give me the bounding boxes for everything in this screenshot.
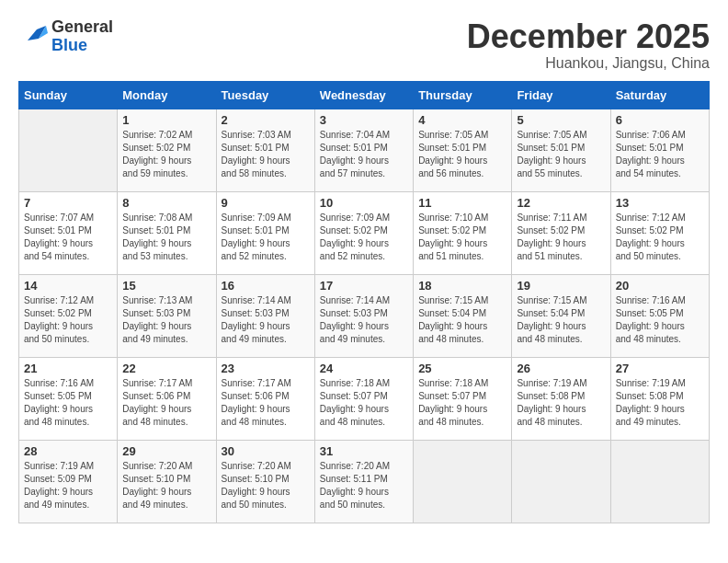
day-number: 9 xyxy=(222,196,310,210)
day-number: 10 xyxy=(320,196,408,210)
day-info: Sunrise: 7:06 AMSunset: 5:01 PMDaylight:… xyxy=(616,129,704,180)
calendar-cell: 30Sunrise: 7:20 AMSunset: 5:10 PMDayligh… xyxy=(216,440,314,523)
calendar-cell: 26Sunrise: 7:19 AMSunset: 5:08 PMDayligh… xyxy=(512,357,610,440)
day-info: Sunrise: 7:03 AMSunset: 5:01 PMDaylight:… xyxy=(222,129,310,180)
logo-text-blue: Blue xyxy=(51,36,87,54)
header-row: Sunday Monday Tuesday Wednesday Thursday… xyxy=(19,81,710,109)
day-info: Sunrise: 7:18 AMSunset: 5:07 PMDaylight:… xyxy=(418,377,506,429)
calendar-cell: 4Sunrise: 7:05 AMSunset: 5:01 PMDaylight… xyxy=(414,109,512,191)
location-subtitle: Huankou, Jiangsu, China xyxy=(467,55,710,72)
header-tuesday: Tuesday xyxy=(216,81,314,109)
day-info: Sunrise: 7:10 AMSunset: 5:02 PMDaylight:… xyxy=(418,212,506,263)
calendar-cell: 17Sunrise: 7:14 AMSunset: 5:03 PMDayligh… xyxy=(314,274,413,357)
calendar-cell: 16Sunrise: 7:14 AMSunset: 5:03 PMDayligh… xyxy=(216,274,314,357)
day-info: Sunrise: 7:12 AMSunset: 5:02 PMDaylight:… xyxy=(24,294,112,346)
calendar-week-row: 14Sunrise: 7:12 AMSunset: 5:02 PMDayligh… xyxy=(19,274,710,357)
day-number: 26 xyxy=(517,362,605,375)
calendar-week-row: 28Sunrise: 7:19 AMSunset: 5:09 PMDayligh… xyxy=(19,440,710,523)
day-number: 28 xyxy=(24,444,112,458)
day-number: 14 xyxy=(24,279,112,293)
day-number: 5 xyxy=(517,113,605,127)
header-saturday: Saturday xyxy=(610,81,709,109)
logo: General Blue xyxy=(18,18,113,55)
calendar-cell: 8Sunrise: 7:08 AMSunset: 5:01 PMDaylight… xyxy=(118,191,216,274)
day-number: 17 xyxy=(320,279,408,293)
day-info: Sunrise: 7:09 AMSunset: 5:02 PMDaylight:… xyxy=(320,212,408,263)
calendar-cell: 24Sunrise: 7:18 AMSunset: 5:07 PMDayligh… xyxy=(314,357,413,440)
day-info: Sunrise: 7:08 AMSunset: 5:01 PMDaylight:… xyxy=(122,212,210,263)
calendar-cell: 13Sunrise: 7:12 AMSunset: 5:02 PMDayligh… xyxy=(610,191,709,274)
day-info: Sunrise: 7:04 AMSunset: 5:01 PMDaylight:… xyxy=(320,129,408,180)
day-number: 1 xyxy=(122,113,210,127)
day-info: Sunrise: 7:20 AMSunset: 5:10 PMDaylight:… xyxy=(222,460,310,511)
day-number: 27 xyxy=(616,362,704,375)
day-info: Sunrise: 7:05 AMSunset: 5:01 PMDaylight:… xyxy=(418,129,506,180)
header-thursday: Thursday xyxy=(414,81,512,109)
day-info: Sunrise: 7:09 AMSunset: 5:01 PMDaylight:… xyxy=(222,212,310,263)
day-number: 13 xyxy=(616,196,704,210)
day-number: 24 xyxy=(320,362,408,375)
day-number: 19 xyxy=(517,279,605,293)
month-title: December 2025 xyxy=(467,18,710,55)
calendar-cell: 10Sunrise: 7:09 AMSunset: 5:02 PMDayligh… xyxy=(314,191,413,274)
calendar-cell: 1Sunrise: 7:02 AMSunset: 5:02 PMDaylight… xyxy=(118,109,216,191)
day-info: Sunrise: 7:12 AMSunset: 5:02 PMDaylight:… xyxy=(616,212,704,263)
calendar-cell: 2Sunrise: 7:03 AMSunset: 5:01 PMDaylight… xyxy=(216,109,314,191)
calendar-cell: 25Sunrise: 7:18 AMSunset: 5:07 PMDayligh… xyxy=(414,357,512,440)
day-info: Sunrise: 7:11 AMSunset: 5:02 PMDaylight:… xyxy=(517,212,605,263)
day-number: 29 xyxy=(122,444,210,458)
day-info: Sunrise: 7:02 AMSunset: 5:02 PMDaylight:… xyxy=(122,129,210,180)
calendar-week-row: 1Sunrise: 7:02 AMSunset: 5:02 PMDaylight… xyxy=(19,109,710,191)
day-number: 8 xyxy=(122,196,210,210)
calendar-cell: 22Sunrise: 7:17 AMSunset: 5:06 PMDayligh… xyxy=(118,357,216,440)
day-number: 3 xyxy=(320,113,408,127)
day-info: Sunrise: 7:17 AMSunset: 5:06 PMDaylight:… xyxy=(222,377,310,429)
title-section: December 2025 Huankou, Jiangsu, China xyxy=(467,18,710,72)
day-info: Sunrise: 7:20 AMSunset: 5:10 PMDaylight:… xyxy=(122,460,210,511)
calendar-cell: 29Sunrise: 7:20 AMSunset: 5:10 PMDayligh… xyxy=(118,440,216,523)
header-monday: Monday xyxy=(118,81,216,109)
day-info: Sunrise: 7:18 AMSunset: 5:07 PMDaylight:… xyxy=(320,377,408,429)
logo-icon xyxy=(18,22,48,52)
day-info: Sunrise: 7:19 AMSunset: 5:08 PMDaylight:… xyxy=(616,377,704,429)
calendar-cell: 31Sunrise: 7:20 AMSunset: 5:11 PMDayligh… xyxy=(314,440,413,523)
day-number: 7 xyxy=(24,196,112,210)
day-info: Sunrise: 7:17 AMSunset: 5:06 PMDaylight:… xyxy=(122,377,210,429)
calendar-cell xyxy=(512,440,610,523)
day-number: 6 xyxy=(616,113,704,127)
header-sunday: Sunday xyxy=(19,81,118,109)
day-info: Sunrise: 7:16 AMSunset: 5:05 PMDaylight:… xyxy=(24,377,112,429)
day-number: 21 xyxy=(24,362,112,375)
calendar-cell: 19Sunrise: 7:15 AMSunset: 5:04 PMDayligh… xyxy=(512,274,610,357)
calendar-cell: 15Sunrise: 7:13 AMSunset: 5:03 PMDayligh… xyxy=(118,274,216,357)
calendar-cell xyxy=(610,440,709,523)
day-info: Sunrise: 7:20 AMSunset: 5:11 PMDaylight:… xyxy=(320,460,408,511)
day-number: 23 xyxy=(222,362,310,375)
calendar-cell: 7Sunrise: 7:07 AMSunset: 5:01 PMDaylight… xyxy=(19,191,118,274)
day-number: 16 xyxy=(222,279,310,293)
calendar-cell: 5Sunrise: 7:05 AMSunset: 5:01 PMDaylight… xyxy=(512,109,610,191)
header-wednesday: Wednesday xyxy=(314,81,413,109)
day-number: 15 xyxy=(122,279,210,293)
day-info: Sunrise: 7:19 AMSunset: 5:08 PMDaylight:… xyxy=(517,377,605,429)
page-header: General Blue December 2025 Huankou, Jian… xyxy=(18,18,710,72)
day-info: Sunrise: 7:15 AMSunset: 5:04 PMDaylight:… xyxy=(517,294,605,346)
calendar-table: Sunday Monday Tuesday Wednesday Thursday… xyxy=(18,81,710,523)
day-number: 30 xyxy=(222,444,310,458)
day-info: Sunrise: 7:16 AMSunset: 5:05 PMDaylight:… xyxy=(616,294,704,346)
day-number: 31 xyxy=(320,444,408,458)
calendar-cell: 3Sunrise: 7:04 AMSunset: 5:01 PMDaylight… xyxy=(314,109,413,191)
day-number: 18 xyxy=(418,279,506,293)
calendar-cell xyxy=(414,440,512,523)
calendar-week-row: 7Sunrise: 7:07 AMSunset: 5:01 PMDaylight… xyxy=(19,191,710,274)
day-info: Sunrise: 7:13 AMSunset: 5:03 PMDaylight:… xyxy=(122,294,210,346)
day-number: 4 xyxy=(418,113,506,127)
day-info: Sunrise: 7:14 AMSunset: 5:03 PMDaylight:… xyxy=(222,294,310,346)
calendar-cell: 27Sunrise: 7:19 AMSunset: 5:08 PMDayligh… xyxy=(610,357,709,440)
calendar-week-row: 21Sunrise: 7:16 AMSunset: 5:05 PMDayligh… xyxy=(19,357,710,440)
day-number: 12 xyxy=(517,196,605,210)
day-info: Sunrise: 7:15 AMSunset: 5:04 PMDaylight:… xyxy=(418,294,506,346)
calendar-cell: 21Sunrise: 7:16 AMSunset: 5:05 PMDayligh… xyxy=(19,357,118,440)
calendar-cell: 20Sunrise: 7:16 AMSunset: 5:05 PMDayligh… xyxy=(610,274,709,357)
calendar-cell: 9Sunrise: 7:09 AMSunset: 5:01 PMDaylight… xyxy=(216,191,314,274)
